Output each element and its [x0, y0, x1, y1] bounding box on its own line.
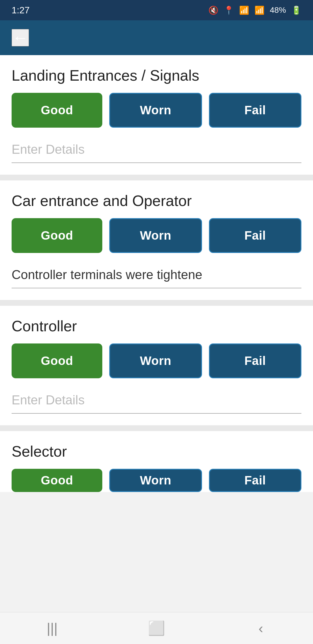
nav-bar: ← — [0, 20, 313, 55]
landing-good-button[interactable]: Good — [12, 93, 102, 128]
section-title-controller: Controller — [12, 317, 301, 335]
button-row-landing: Good Worn Fail — [12, 93, 301, 128]
button-row-car: Good Worn Fail — [12, 218, 301, 253]
status-time: 1:27 — [12, 5, 30, 16]
selector-worn-button[interactable]: Worn — [109, 469, 202, 492]
nav-home-button[interactable]: ⬜ — [139, 617, 174, 640]
controller-good-button[interactable]: Good — [12, 343, 102, 378]
landing-detail-input[interactable] — [12, 139, 301, 163]
divider-3 — [0, 425, 313, 431]
section-title-landing: Landing Entrances / Signals — [12, 67, 301, 84]
bottom-nav: ||| ⬜ ‹ — [0, 612, 313, 644]
car-good-button[interactable]: Good — [12, 218, 102, 253]
section-landing-entrances: Landing Entrances / Signals Good Worn Fa… — [0, 55, 313, 175]
controller-detail-input[interactable] — [12, 390, 301, 414]
wifi-icon: 📶 — [239, 6, 249, 15]
section-title-selector: Selector — [12, 443, 301, 460]
divider-1 — [0, 175, 313, 180]
car-worn-button[interactable]: Worn — [109, 218, 202, 253]
back-button[interactable]: ← — [12, 29, 29, 46]
nav-back-button[interactable]: ‹ — [243, 617, 278, 640]
controller-detail-wrapper — [12, 390, 301, 425]
battery-label: 48% — [270, 6, 286, 15]
divider-2 — [0, 300, 313, 306]
car-detail-input[interactable] — [12, 265, 301, 288]
section-controller: Controller Good Worn Fail — [0, 306, 313, 425]
battery-icon: 🔋 — [291, 6, 301, 15]
content-area: Landing Entrances / Signals Good Worn Fa… — [0, 55, 313, 492]
status-bar: 1:27 🔇 📍 📶 📶 48% 🔋 — [0, 0, 313, 20]
section-title-car: Car entrance and Operator — [12, 192, 301, 209]
section-selector: Selector Good Worn Fail — [0, 431, 313, 492]
button-row-selector: Good Worn Fail — [12, 469, 301, 492]
car-fail-button[interactable]: Fail — [209, 218, 301, 253]
controller-worn-button[interactable]: Worn — [109, 343, 202, 378]
selector-good-button[interactable]: Good — [12, 469, 102, 492]
nav-menu-button[interactable]: ||| — [35, 617, 70, 640]
controller-fail-button[interactable]: Fail — [209, 343, 301, 378]
location-icon: 📍 — [224, 6, 234, 15]
landing-detail-wrapper — [12, 139, 301, 175]
status-icons: 🔇 📍 📶 📶 48% 🔋 — [208, 6, 301, 15]
section-car-entrance: Car entrance and Operator Good Worn Fail — [0, 180, 313, 300]
button-row-controller: Good Worn Fail — [12, 343, 301, 378]
selector-fail-button[interactable]: Fail — [209, 469, 301, 492]
landing-fail-button[interactable]: Fail — [209, 93, 301, 128]
sound-off-icon: 🔇 — [208, 6, 219, 15]
signal-icon: 📶 — [254, 6, 265, 15]
car-detail-wrapper — [12, 265, 301, 300]
landing-worn-button[interactable]: Worn — [109, 93, 202, 128]
